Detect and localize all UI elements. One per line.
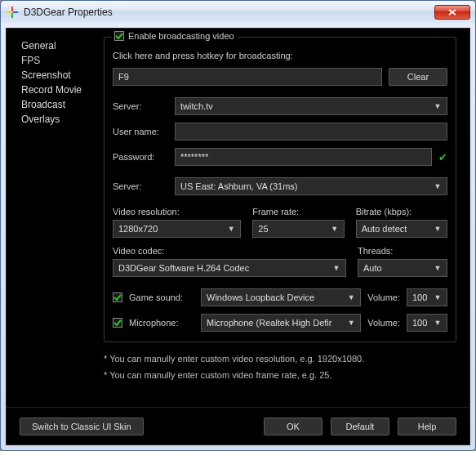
hotkey-hint: Click here and press hotkey for broadcas… (113, 51, 447, 60)
chevron-down-icon: ▼ (225, 225, 237, 233)
codec-select[interactable]: D3DGear Software H.264 Codec▼ (113, 259, 346, 277)
framerate-select[interactable]: 25▼ (252, 220, 344, 238)
footer: Switch to Classic UI Skin OK Default Hel… (7, 407, 469, 444)
window-border: General FPS Screenshot Record Movie Broa… (0, 23, 476, 451)
chevron-down-icon: ▼ (432, 319, 443, 327)
check-icon: ✔ (438, 151, 447, 163)
main-panel: Enable broadcasting video Click here and… (100, 29, 469, 407)
microphone-checkbox[interactable] (113, 318, 122, 328)
hotkey-input[interactable]: F9 (113, 68, 382, 86)
username-input[interactable] (175, 123, 447, 141)
client-area: General FPS Screenshot Record Movie Broa… (6, 28, 470, 445)
gamesound-label: Game sound: (129, 292, 194, 302)
microphone-label: Microphone: (129, 318, 194, 328)
sidebar-item-record-movie[interactable]: Record Movie (21, 84, 100, 96)
server-select[interactable]: twitch.tv▼ (175, 97, 447, 115)
codec-label: Video codec: (113, 246, 346, 256)
gamesound-select[interactable]: Windows Loopback Device▼ (201, 288, 361, 306)
region-label: Server: (113, 181, 168, 191)
region-select[interactable]: US East: Ashburn, VA (31ms)▼ (175, 177, 447, 195)
app-icon (6, 6, 19, 19)
resolution-select[interactable]: 1280x720▼ (113, 220, 241, 238)
sidebar-item-fps[interactable]: FPS (21, 55, 100, 66)
chevron-down-icon: ▼ (432, 182, 443, 190)
clear-button[interactable]: Clear (389, 68, 447, 86)
framerate-label: Frame rate: (252, 207, 344, 217)
microphone-select[interactable]: Microphone (Realtek High Defir▼ (201, 314, 361, 332)
titlebar[interactable]: D3DGear Properties (0, 0, 476, 23)
enable-broadcast-checkbox[interactable] (114, 31, 124, 41)
window-title: D3DGear Properties (24, 7, 434, 18)
chevron-down-icon: ▼ (432, 102, 443, 110)
chevron-down-icon: ▼ (432, 225, 443, 233)
threads-select[interactable]: Auto▼ (358, 259, 447, 277)
enable-broadcast-label: Enable broadcasting video (128, 31, 234, 41)
username-label: User name: (113, 127, 168, 136)
hint-framerate: * You can manully enter custom video fra… (104, 370, 456, 380)
threads-label: Threads: (358, 246, 447, 256)
ok-button[interactable]: OK (264, 418, 323, 435)
password-label: Password: (113, 152, 168, 162)
bitrate-label: Bitrate (kbps): (356, 207, 447, 217)
chevron-down-icon: ▼ (345, 293, 357, 301)
volume2-select[interactable]: 100▼ (407, 314, 447, 332)
bitrate-select[interactable]: Auto detect▼ (356, 220, 447, 238)
default-button[interactable]: Default (331, 418, 389, 435)
chevron-down-icon: ▼ (345, 319, 357, 327)
gamesound-checkbox[interactable] (113, 292, 122, 302)
server-label: Server: (113, 101, 168, 111)
sidebar-item-screenshot[interactable]: Screenshot (21, 69, 100, 81)
sidebar-item-overlays[interactable]: Overlays (21, 114, 100, 125)
sidebar-item-broadcast[interactable]: Broadcast (21, 99, 100, 110)
volume2-label: Volume: (367, 318, 400, 328)
broadcast-fieldset: Enable broadcasting video Click here and… (104, 37, 456, 342)
sidebar: General FPS Screenshot Record Movie Broa… (7, 29, 100, 407)
password-input[interactable]: ******** (175, 148, 432, 166)
window: D3DGear Properties General FPS Screensho… (0, 0, 476, 451)
close-button[interactable] (434, 5, 470, 20)
classic-skin-button[interactable]: Switch to Classic UI Skin (20, 418, 144, 435)
volume1-label: Volume: (367, 292, 400, 302)
help-button[interactable]: Help (398, 418, 456, 435)
chevron-down-icon: ▼ (331, 264, 342, 272)
chevron-down-icon: ▼ (432, 293, 443, 301)
resolution-label: Video resolution: (113, 207, 241, 217)
chevron-down-icon: ▼ (432, 264, 443, 272)
hint-resolution: * You can manully enter custom video res… (104, 354, 456, 364)
volume1-select[interactable]: 100▼ (407, 288, 447, 306)
chevron-down-icon: ▼ (329, 225, 340, 233)
sidebar-item-general[interactable]: General (21, 40, 100, 51)
